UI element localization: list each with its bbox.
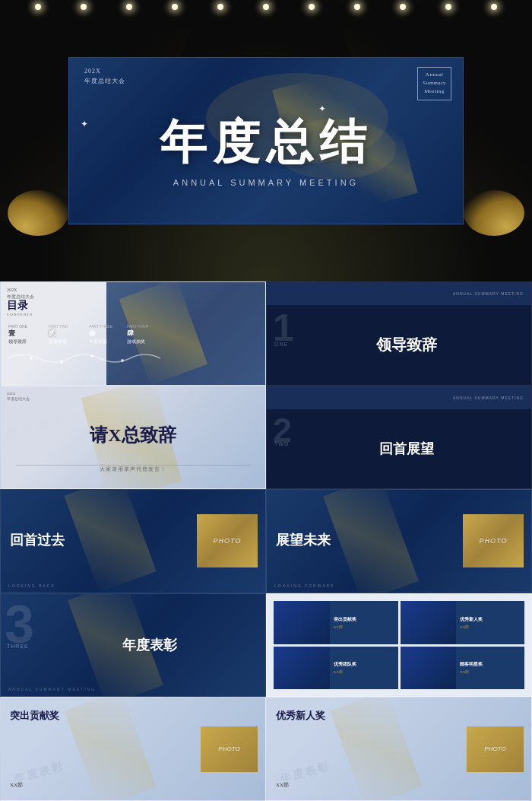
part-two-label: PART TWO 贰 回首展望 bbox=[49, 324, 68, 345]
main-banner: 202X 年度总结大会 Annual Summary Meeting ✦ ✦ 年… bbox=[68, 57, 464, 224]
outstanding2-photo-label: PHOTO bbox=[484, 745, 505, 752]
slides-grid: 202X 年度总结大会 目录 CONTENTS PART ONE 壹 领导致辞 … bbox=[0, 281, 532, 801]
slide-outstanding1: 年度表彰 突出贡献奖 XX部 PHOTO bbox=[0, 697, 266, 801]
spotlight-right bbox=[464, 190, 524, 236]
part-three-title: 年度表彰 bbox=[89, 339, 112, 345]
part-four-label: PART FOUR 肆 游戏抽奖 bbox=[127, 324, 148, 345]
light-bulb bbox=[126, 4, 132, 10]
part-one-num: 壹 bbox=[8, 329, 27, 339]
slide-toc: 202X 年度总结大会 目录 CONTENTS PART ONE 壹 领导致辞 … bbox=[0, 281, 266, 386]
award-title-cn: 年度表彰 bbox=[122, 636, 177, 654]
toc-title-cn: 目录 bbox=[7, 299, 28, 313]
banner-main-title: 年度总结 bbox=[160, 110, 372, 174]
num-label-one: ONE bbox=[274, 342, 288, 347]
light-bulb bbox=[35, 4, 41, 10]
lookback-photo-label: PHOTO bbox=[214, 537, 242, 545]
lookforward-photo-box: PHOTO bbox=[463, 514, 524, 567]
award-text-4: 顾客明星奖 XX部 bbox=[456, 647, 524, 690]
part-three-label: PART THREE 叁 年度表彰 bbox=[89, 324, 112, 345]
light-bulb bbox=[354, 4, 360, 10]
slide-speech: 年度总结大会 202X 年度总结大会 请X总致辞 大家请用掌声代替发言！ bbox=[0, 386, 266, 490]
speech-main-title: 请X总致辞 bbox=[8, 423, 258, 447]
part-four-title: 游戏抽奖 bbox=[127, 339, 148, 345]
lookforward-title-area: 展望未来 bbox=[276, 533, 331, 550]
svg-point-0 bbox=[30, 357, 33, 360]
outstanding2-photo-box: PHOTO bbox=[467, 726, 524, 772]
part-four-num: 肆 bbox=[127, 329, 148, 339]
award-thumb-2 bbox=[401, 601, 457, 644]
slide-award-grid: 突出贡献奖 XX部 优秀新人奖 XX部 优秀团队奖 bbox=[266, 593, 532, 698]
lookforward-title-cn: 展望未来 bbox=[276, 533, 331, 550]
part-two-num: 贰 bbox=[49, 329, 68, 339]
award-dept-3: XX部 bbox=[334, 669, 394, 674]
outstanding2-title: 优秀新人奖 bbox=[276, 709, 325, 723]
award-text-3: 优秀团队奖 XX部 bbox=[330, 647, 398, 690]
award-grid-item-3: 优秀团队奖 XX部 bbox=[274, 647, 398, 690]
svg-point-3 bbox=[121, 359, 124, 362]
stage-section: 202X 年度总结大会 Annual Summary Meeting ✦ ✦ 年… bbox=[0, 0, 532, 281]
speech-header: 202X 年度总结大会 bbox=[7, 391, 30, 402]
wave-decoration bbox=[8, 347, 160, 370]
part-two-title: 回首展望 bbox=[49, 339, 68, 345]
light-bulb bbox=[217, 4, 223, 10]
banner-top-right-text: Annual Summary Meeting bbox=[417, 67, 451, 100]
slide-lookback: 回首过去 PHOTO LOOKING BACK bbox=[0, 489, 266, 593]
award-title-4: 顾客明星奖 bbox=[460, 661, 521, 668]
slide-outstanding2: 年度表彰 优秀新人奖 XX部 PHOTO bbox=[266, 697, 532, 801]
slide-review-right: ANNUAL SUMMARY MEETING 2 TWO 回首展望 bbox=[266, 386, 532, 490]
award-grid-container: 突出贡献奖 XX部 优秀新人奖 XX部 优秀团队奖 bbox=[270, 597, 528, 694]
part-one-label: PART ONE 壹 领导致辞 bbox=[8, 324, 27, 345]
slide-main-content: 1 ONE 领导致辞 bbox=[267, 305, 531, 385]
award-watermark-en: ANNUAL SUMMARY MEETING bbox=[8, 687, 96, 691]
lookback-title-area: 回首过去 bbox=[10, 533, 65, 550]
light-bulb bbox=[172, 4, 178, 10]
toc-title-en: CONTENTS bbox=[7, 313, 33, 316]
slide-lookforward: 展望未来 PHOTO LOOKING FORWARD bbox=[266, 489, 532, 593]
outstanding1-dept: XX部 bbox=[10, 781, 23, 789]
award-thumb-1 bbox=[274, 601, 330, 644]
light-bulb bbox=[81, 4, 87, 10]
leader-title-cn: 领导致辞 bbox=[376, 335, 437, 355]
award-title-1: 突出贡献奖 bbox=[334, 616, 394, 623]
light-bulb bbox=[309, 4, 315, 10]
outstanding1-photo-box: PHOTO bbox=[201, 726, 258, 772]
award-dept-1: XX部 bbox=[334, 625, 394, 629]
num-label-two: TWO bbox=[274, 441, 289, 447]
award-thumb-4 bbox=[401, 647, 457, 690]
num-label-three: THREE bbox=[7, 644, 29, 649]
slide-header-bar: ANNUAL SUMMARY MEETING bbox=[267, 282, 531, 305]
outstanding1-title: 突出贡献奖 bbox=[10, 709, 59, 723]
slide-annual-award: 3 THREE 年度表彰 ANNUAL SUMMARY MEETING bbox=[0, 593, 266, 698]
award-text-1: 突出贡献奖 XX部 bbox=[330, 601, 398, 644]
part-three-num: 叁 bbox=[89, 329, 112, 339]
banner-top-left-text: 202X 年度总结大会 bbox=[84, 67, 125, 87]
award-grid-item-4: 顾客明星奖 XX部 bbox=[401, 647, 525, 690]
banner-sub-title: ANNUAL SUMMARY MEETING bbox=[173, 178, 359, 187]
slide-leader-right: ANNUAL SUMMARY MEETING 1 ONE 领导致辞 bbox=[266, 281, 532, 386]
award-thumb-3 bbox=[274, 647, 330, 690]
outstanding1-title-area: 突出贡献奖 bbox=[10, 709, 59, 723]
lookforward-en-label: LOOKING FORWARD bbox=[274, 583, 335, 588]
lookback-title-cn: 回首过去 bbox=[10, 533, 65, 550]
review-header-en: ANNUAL SUMMARY MEETING bbox=[453, 396, 524, 400]
outstanding1-photo-label: PHOTO bbox=[218, 745, 239, 752]
light-bulb bbox=[491, 4, 497, 10]
review-header-bar: ANNUAL SUMMARY MEETING bbox=[267, 386, 531, 409]
light-bulb bbox=[400, 4, 406, 10]
lookback-photo-box: PHOTO bbox=[197, 514, 258, 567]
award-grid-item-1: 突出贡献奖 XX部 bbox=[274, 601, 398, 644]
review-content: 2 TWO 回首展望 bbox=[267, 409, 531, 489]
speech-sub-text: 大家请用掌声代替发言！ bbox=[1, 466, 265, 473]
spotlight-left bbox=[8, 190, 68, 236]
outstanding2-dept: XX部 bbox=[276, 781, 289, 789]
award-text-2: 优秀新人奖 XX部 bbox=[456, 601, 524, 644]
lookback-en-label: LOOKING BACK bbox=[8, 583, 55, 588]
light-bulb bbox=[263, 4, 269, 10]
award-dept-4: XX部 bbox=[460, 669, 521, 674]
award-dept-2: XX部 bbox=[460, 625, 521, 629]
lookforward-photo-label: PHOTO bbox=[480, 537, 508, 545]
part-one-title: 领导致辞 bbox=[8, 339, 27, 345]
award-title-2: 优秀新人奖 bbox=[460, 616, 521, 623]
svg-point-1 bbox=[60, 361, 63, 364]
svg-point-2 bbox=[90, 354, 93, 358]
